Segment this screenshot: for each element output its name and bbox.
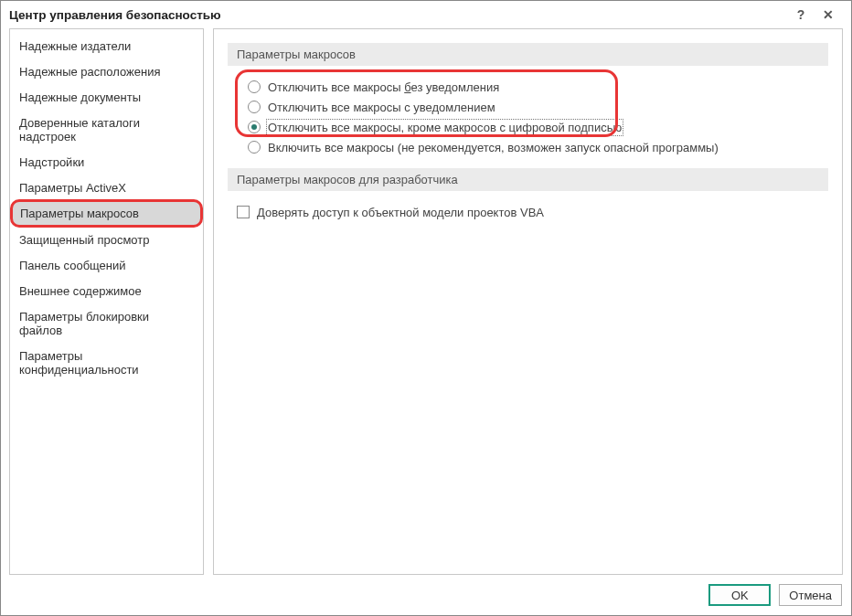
- radio-label: Включить все макросы (не рекомендуется, …: [268, 141, 719, 154]
- sidebar-item-file-block[interactable]: Параметры блокировки файлов: [10, 303, 203, 343]
- checkbox-label: Доверять доступ к объектной модели проек…: [257, 206, 544, 219]
- ok-button[interactable]: OK: [708, 584, 771, 606]
- checkbox-trust-vba-access[interactable]: Доверять доступ к объектной модели проек…: [237, 202, 828, 222]
- sidebar-item-protected-view[interactable]: Защищенный просмотр: [10, 227, 203, 252]
- section-header-macro-settings: Параметры макросов: [228, 43, 828, 66]
- radio-disable-no-notify[interactable]: Отключить все макросы без уведомления: [248, 77, 828, 97]
- sidebar-item-trusted-addin-catalogs[interactable]: Доверенные каталоги надстроек: [10, 110, 203, 149]
- help-button[interactable]: ?: [787, 7, 815, 22]
- sidebar-item-message-bar[interactable]: Панель сообщений: [10, 252, 203, 278]
- radio-icon: [248, 121, 261, 133]
- sidebar: Надежные издатели Надежные расположения …: [9, 28, 204, 575]
- radio-disable-except-signed[interactable]: Отключить все макросы, кроме макросов с …: [248, 117, 828, 137]
- radio-label: Отключить все макросы с уведомлением: [268, 101, 495, 114]
- section-header-developer-macro: Параметры макросов для разработчика: [228, 168, 828, 191]
- sidebar-item-trusted-locations[interactable]: Надежные расположения: [10, 58, 203, 84]
- radio-label: Отключить все макросы без уведомления: [268, 80, 499, 94]
- radio-disable-with-notify[interactable]: Отключить все макросы с уведомлением: [248, 97, 828, 117]
- trust-center-dialog: Центр управления безопасностью ? ✕ Надеж…: [0, 0, 852, 616]
- sidebar-item-activex[interactable]: Параметры ActiveX: [10, 175, 203, 200]
- titlebar: Центр управления безопасностью ? ✕: [1, 1, 851, 28]
- macro-settings-radio-group: Отключить все макросы без уведомления От…: [248, 77, 828, 157]
- content-area: Надежные издатели Надежные расположения …: [1, 28, 851, 575]
- radio-icon: [248, 101, 261, 113]
- footer: OK Отмена: [1, 575, 851, 615]
- radio-icon: [248, 80, 261, 93]
- sidebar-item-macro-settings[interactable]: Параметры макросов: [10, 199, 203, 228]
- radio-enable-all[interactable]: Включить все макросы (не рекомендуется, …: [248, 137, 828, 157]
- developer-checkbox-group: Доверять доступ к объектной модели проек…: [237, 202, 828, 222]
- sidebar-item-privacy[interactable]: Параметры конфиденциальности: [10, 343, 203, 382]
- radio-icon: [248, 141, 261, 154]
- checkbox-icon: [237, 206, 250, 218]
- sidebar-item-trusted-publishers[interactable]: Надежные издатели: [10, 33, 203, 58]
- cancel-button[interactable]: Отмена: [779, 584, 842, 606]
- dialog-title: Центр управления безопасностью: [9, 8, 787, 22]
- sidebar-item-addins[interactable]: Надстройки: [10, 149, 203, 175]
- radio-label: Отключить все макросы, кроме макросов с …: [268, 121, 622, 134]
- sidebar-item-trusted-documents[interactable]: Надежные документы: [10, 84, 203, 110]
- main-panel: Параметры макросов Отключить все макросы…: [213, 28, 843, 575]
- close-button[interactable]: ✕: [815, 7, 842, 22]
- sidebar-item-external-content[interactable]: Внешнее содержимое: [10, 278, 203, 303]
